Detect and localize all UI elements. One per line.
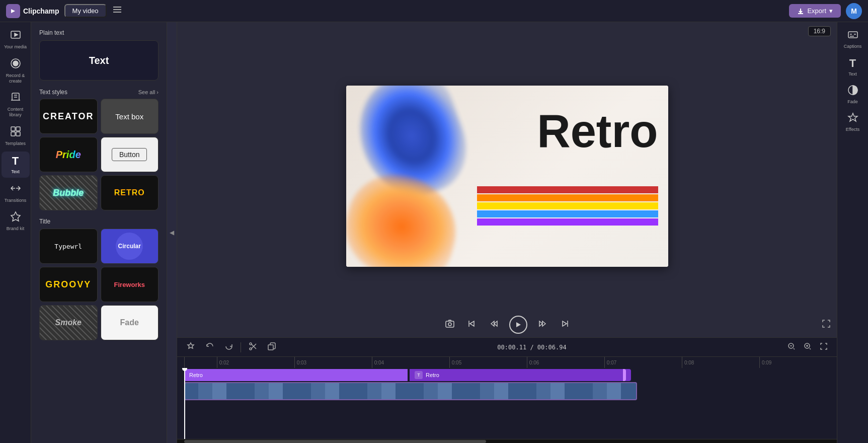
panel-hide-button[interactable]: ◀ (167, 22, 177, 443)
video-text-overlay: Retro (537, 106, 658, 157)
svg-point-10 (448, 323, 451, 326)
text-segment-handle[interactable] (623, 369, 626, 381)
title-card-fade[interactable]: Fade (101, 305, 159, 340)
title-section-label: Title (39, 218, 50, 225)
ruler-marks: 0:02 0:03 0:04 0:05 0:06 0:07 0:08 0:09 (184, 357, 837, 368)
sidebar-item-record[interactable]: Record & create (2, 55, 30, 87)
fade-label: Fade (847, 99, 858, 104)
sidebar-item-your-media[interactable]: Your media (2, 26, 30, 53)
text-segment-2[interactable]: T Retro (410, 369, 631, 381)
svg-rect-7 (16, 132, 20, 136)
right-sidebar-item-effects[interactable]: Effects (839, 109, 867, 135)
ruler-mark-8: 0:09 (759, 357, 837, 368)
ratio-badge: 16:9 (808, 26, 831, 36)
avatar[interactable]: M (846, 3, 862, 19)
right-sidebar-item-fade[interactable]: Fade (839, 82, 867, 107)
right-sidebar-item-text[interactable]: T Text (839, 54, 867, 80)
timeline-content: Retro T Retro Duplicate (177, 368, 837, 439)
right-text-icon: T (849, 57, 856, 70)
sidebar-item-record-label: Record & create (4, 73, 28, 84)
forward-to-end-button[interactable] (558, 317, 572, 333)
fit-to-window-button[interactable] (817, 340, 831, 354)
timeline-ruler: 0:02 0:03 0:04 0:05 0:06 0:07 0:08 0:09 (177, 357, 837, 368)
sidebar-item-your-media-label: Your media (4, 44, 27, 50)
title-grid: Typewrl Circular GROOVY Fireworks Smoke (31, 229, 167, 340)
video-title-button[interactable]: My video (64, 4, 107, 18)
style-card-button[interactable]: Button (101, 137, 159, 172)
sidebar-item-templates[interactable]: Templates (2, 123, 30, 150)
screenshot-button[interactable] (443, 317, 457, 333)
sidebar-item-brand-kit[interactable]: Brand kit (2, 208, 30, 235)
text-track: Retro T Retro (184, 368, 631, 382)
zoom-in-button[interactable] (801, 340, 815, 354)
text-segment-1[interactable]: Retro (184, 369, 408, 381)
ruler-mark-0 (184, 357, 217, 368)
title-card-groovy[interactable]: GROOVY (39, 267, 98, 302)
svg-rect-6 (11, 132, 15, 136)
text-styles-title: Text styles (39, 89, 67, 96)
forward-button[interactable] (535, 317, 549, 333)
playhead[interactable] (184, 368, 185, 439)
style-card-pride[interactable]: Pride (39, 137, 98, 172)
export-button[interactable]: Export ▾ (789, 4, 841, 18)
style-card-retro[interactable]: RETRO (101, 175, 159, 210)
plain-text-card[interactable]: Text (39, 40, 159, 81)
ruler-mark-2: 0:03 (294, 357, 372, 368)
see-all-button[interactable]: See all › (138, 89, 159, 95)
right-sidebar-item-captions[interactable]: Captions (839, 26, 867, 52)
canvas-top: 16:9 (177, 22, 837, 40)
svg-point-2 (13, 61, 18, 66)
fullscreen-button[interactable] (822, 319, 831, 330)
svg-rect-13 (268, 345, 273, 350)
fade-icon (847, 85, 858, 98)
undo-button[interactable] (202, 340, 217, 355)
svg-rect-16 (848, 32, 857, 38)
timeline-area: 00:00.11 / 00:06.94 (177, 337, 837, 443)
templates-icon (10, 126, 21, 139)
svg-point-12 (250, 343, 252, 345)
right-sidebar: Captions T Text Fade Effects (837, 22, 868, 443)
effects-icon (847, 112, 858, 125)
sidebar-item-transitions[interactable]: Transitions (2, 180, 30, 206)
magic-switch-button[interactable] (183, 340, 198, 355)
title-card-smoke[interactable]: Smoke (39, 305, 98, 340)
zoom-controls (784, 340, 831, 354)
rewind-button[interactable] (487, 317, 501, 333)
ruler-mark-6: 0:07 (604, 357, 682, 368)
video-frame: Retro (346, 86, 668, 267)
chevron-left-icon: ◀ (170, 229, 174, 236)
topbar: Clipchamp My video Export ▾ M (0, 0, 868, 22)
title-section: Title (31, 210, 167, 229)
redo-button[interactable] (221, 340, 236, 355)
style-grid: CREATOR Text box Pride Button Bubble RET… (31, 99, 167, 210)
captions-label: Captions (844, 44, 862, 49)
video-track[interactable] (184, 382, 637, 400)
title-card-circular[interactable]: Circular (101, 229, 159, 264)
hide-timeline-button[interactable] (112, 4, 123, 18)
sidebar-item-templates-label: Templates (5, 141, 26, 146)
sidebar-item-content-library[interactable]: Content library (2, 89, 30, 121)
text-panel: Plain text Text Text styles See all › CR… (31, 22, 167, 443)
retro-stripes (477, 186, 658, 226)
timeline-scrollbar[interactable] (177, 439, 837, 443)
style-card-bubble[interactable]: Bubble (39, 175, 98, 210)
transitions-icon (10, 183, 21, 196)
duplicate-button[interactable] (264, 340, 279, 355)
logo: Clipchamp (6, 4, 59, 18)
title-card-typewrite[interactable]: Typewrl (39, 229, 98, 264)
style-card-creator[interactable]: CREATOR (39, 99, 98, 134)
toolbar-separator (241, 342, 241, 352)
scrollbar-thumb[interactable] (184, 440, 486, 443)
video-container: Retro (177, 40, 837, 312)
media-icon (10, 29, 21, 43)
svg-marker-8 (11, 212, 20, 221)
title-card-fireworks[interactable]: Fireworks (101, 267, 159, 302)
style-card-textbox[interactable]: Text box (101, 99, 159, 134)
logo-icon (6, 4, 20, 18)
cut-button[interactable] (245, 340, 260, 355)
play-button[interactable] (509, 316, 527, 334)
svg-point-11 (250, 348, 252, 350)
zoom-out-button[interactable] (784, 340, 799, 354)
rewind-to-start-button[interactable] (465, 317, 479, 333)
sidebar-item-text[interactable]: T Text (2, 152, 30, 178)
